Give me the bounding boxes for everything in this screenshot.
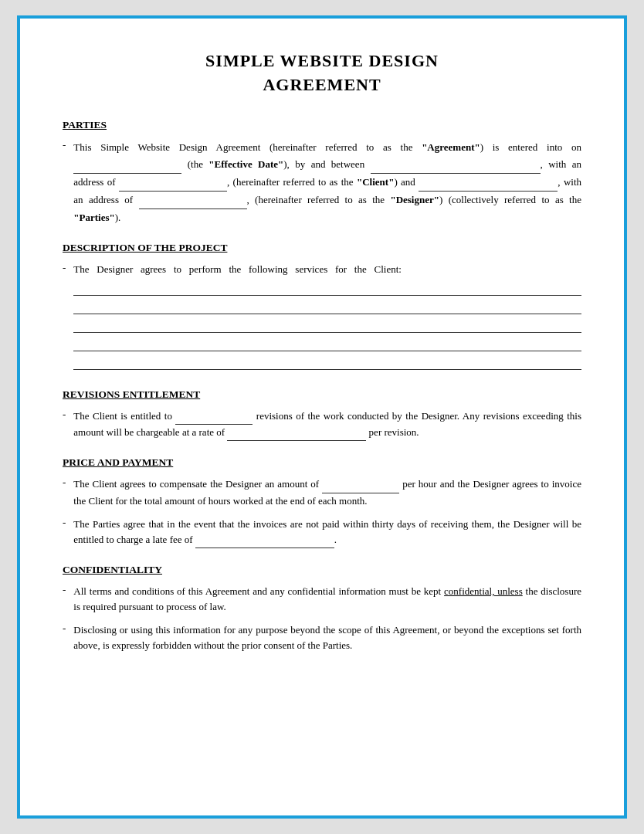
confidential-unless: confidential, unless	[444, 585, 523, 597]
revisions-rate-blank	[227, 425, 366, 441]
parties-heading: PARTIES	[63, 119, 581, 131]
price-text-2: The Parties agree that in the event that…	[73, 517, 581, 548]
revisions-text: The Client is entitled to revisions of t…	[73, 409, 581, 441]
document-title: SIMPLE WEBSITE DESIGN AGREEMENT	[63, 49, 581, 97]
confidentiality-heading: CONFIDENTIALITY	[63, 564, 581, 576]
bullet-dash-revisions: -	[63, 409, 66, 441]
description-bullet: - The Designer agrees to perform the fol…	[63, 262, 581, 373]
price-bullet-2: - The Parties agree that in the event th…	[63, 517, 581, 548]
description-content: The Designer agrees to perform the follo…	[73, 262, 581, 373]
confidentiality-text-2: Disclosing or using this information for…	[73, 622, 581, 653]
title-line1: SIMPLE WEBSITE DESIGN	[63, 49, 581, 73]
service-line-1	[73, 280, 581, 296]
parties-bullet: - This Simple Website Design Agreement (…	[63, 139, 581, 226]
revisions-bullet: - The Client is entitled to revisions of…	[63, 409, 581, 441]
price-bullet-1: - The Client agrees to compensate the De…	[63, 476, 581, 508]
party2-name-blank	[419, 174, 558, 192]
description-text: The Designer agrees to perform the follo…	[73, 263, 402, 275]
price-text-1: The Client agrees to compensate the Desi…	[73, 476, 581, 508]
effective-date-blank	[73, 156, 181, 174]
confidentiality-bullet-1: - All terms and conditions of this Agree…	[63, 584, 581, 615]
document-page: SIMPLE WEBSITE DESIGN AGREEMENT PARTIES …	[17, 15, 627, 819]
service-line-3	[73, 317, 581, 333]
agreement-label: "Agreement"	[422, 141, 480, 153]
late-fee-blank	[195, 532, 334, 548]
bullet-dash-price1: -	[63, 476, 66, 508]
party1-address-blank	[119, 174, 227, 192]
parties-text: This Simple Website Design Agreement (he…	[73, 139, 581, 226]
service-lines-block	[73, 280, 581, 370]
confidentiality-text-1: All terms and conditions of this Agreeme…	[73, 584, 581, 615]
description-heading: DESCRIPTION OF THE PROJECT	[63, 242, 581, 254]
bullet-dash-price2: -	[63, 517, 66, 548]
confidentiality-bullet-2: - Disclosing or using this information f…	[63, 622, 581, 653]
client-label: "Client"	[357, 176, 394, 188]
revisions-heading: REVISIONS ENTITLEMENT	[63, 388, 581, 401]
bullet-dash-description: -	[63, 262, 66, 373]
service-line-5	[73, 354, 581, 370]
bullet-dash-parties: -	[63, 139, 66, 226]
parties-label: "Parties"	[73, 212, 114, 223]
price-amount-blank	[322, 476, 399, 493]
effective-date-label: "Effective Date"	[208, 158, 283, 170]
bullet-dash-conf1: -	[63, 584, 66, 615]
service-line-4	[73, 336, 581, 351]
party2-address-blank	[139, 192, 247, 209]
service-line-2	[73, 299, 581, 314]
price-heading: PRICE AND PAYMENT	[63, 456, 581, 469]
title-line2: AGREEMENT	[63, 73, 581, 97]
bullet-dash-conf2: -	[63, 622, 66, 653]
party1-name-blank	[371, 156, 541, 174]
revisions-number-blank	[175, 409, 253, 425]
designer-label: "Designer"	[390, 194, 439, 205]
